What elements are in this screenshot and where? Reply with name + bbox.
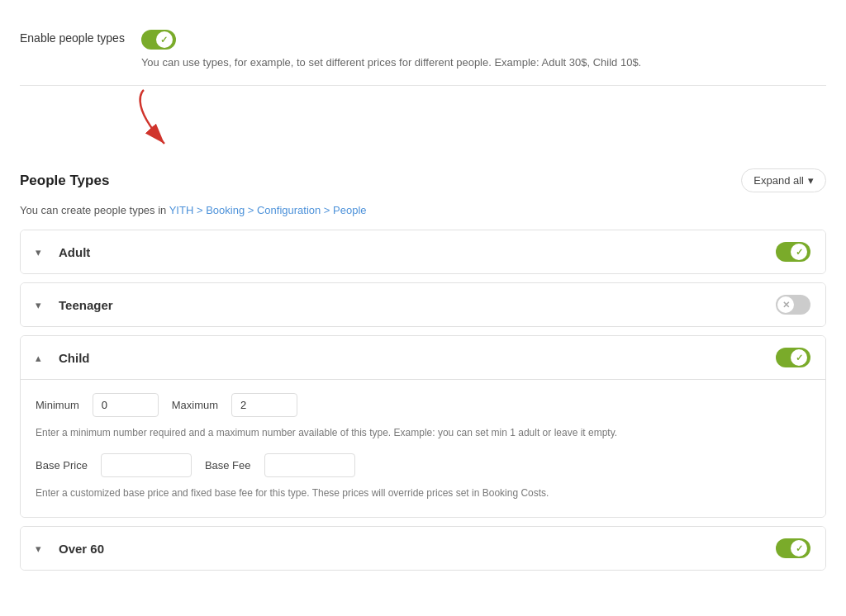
chevron-icon-over60: ▾ bbox=[36, 543, 49, 555]
over60-toggle[interactable]: ✓ bbox=[776, 538, 810, 558]
accordion-item-over60: ▾ Over 60 ✓ bbox=[20, 526, 826, 571]
adult-toggle-track: ✓ bbox=[776, 242, 810, 262]
teenager-toggle-track: ✕ bbox=[776, 295, 810, 315]
min-max-row: Minimum Maximum bbox=[36, 393, 810, 417]
expand-all-button[interactable]: Expand all ▾ bbox=[741, 168, 826, 192]
accordion-item-child: ▴ Child ✓ Minimum Maximum Enter a minimu… bbox=[20, 335, 826, 518]
adult-toggle[interactable]: ✓ bbox=[776, 242, 810, 262]
base-fee-input[interactable] bbox=[264, 453, 355, 477]
base-price-label: Base Price bbox=[36, 459, 88, 471]
accordion-header-teenager[interactable]: ▾ Teenager ✕ bbox=[21, 283, 825, 326]
toggle-check-icon: ✓ bbox=[160, 35, 168, 45]
min-max-description: Enter a minimum number required and a ma… bbox=[36, 425, 810, 440]
child-toggle[interactable]: ✓ bbox=[776, 348, 810, 367]
people-types-link[interactable]: YITH > Booking > Configuration > People bbox=[169, 204, 367, 216]
enable-right: ✓ You can use types, for example, to set… bbox=[141, 30, 641, 69]
accordion-item-teenager: ▾ Teenager ✕ bbox=[20, 282, 826, 327]
over60-toggle-track: ✓ bbox=[776, 538, 810, 558]
child-toggle-track: ✓ bbox=[776, 348, 810, 367]
arrow-annotation bbox=[169, 86, 826, 152]
over60-title: Over 60 bbox=[59, 542, 104, 556]
teenager-toggle-thumb: ✕ bbox=[777, 296, 794, 313]
maximum-input[interactable] bbox=[231, 393, 297, 417]
child-toggle-check-icon: ✓ bbox=[796, 353, 803, 363]
maximum-label: Maximum bbox=[172, 399, 218, 411]
accordion-header-over60[interactable]: ▾ Over 60 ✓ bbox=[21, 527, 825, 570]
over60-toggle-check-icon: ✓ bbox=[796, 543, 803, 554]
price-row: Base Price Base Fee bbox=[36, 453, 810, 477]
expand-all-chevron-icon: ▾ bbox=[808, 174, 814, 187]
enable-label: Enable people types bbox=[20, 30, 125, 45]
enable-people-types-row: Enable people types ✓ You can use types,… bbox=[20, 17, 826, 86]
accordion-header-child[interactable]: ▴ Child ✓ bbox=[21, 336, 825, 379]
chevron-icon-adult: ▾ bbox=[36, 246, 49, 258]
accordion-header-left-adult: ▾ Adult bbox=[36, 245, 90, 259]
accordion-item-adult: ▾ Adult ✓ bbox=[20, 230, 826, 274]
enable-description: You can use types, for example, to set d… bbox=[141, 56, 641, 69]
adult-toggle-thumb: ✓ bbox=[791, 244, 807, 260]
chevron-icon-child: ▴ bbox=[36, 352, 49, 364]
accordion-header-left-teenager: ▾ Teenager bbox=[36, 298, 113, 312]
teenager-toggle-x-icon: ✕ bbox=[782, 300, 790, 310]
over60-toggle-thumb: ✓ bbox=[791, 540, 807, 557]
child-content: Minimum Maximum Enter a minimum number r… bbox=[21, 379, 825, 517]
minimum-input[interactable] bbox=[93, 393, 159, 417]
base-price-input[interactable] bbox=[101, 453, 192, 477]
teenager-toggle[interactable]: ✕ bbox=[776, 295, 810, 315]
enable-toggle[interactable]: ✓ bbox=[141, 30, 641, 50]
toggle-thumb: ✓ bbox=[156, 31, 173, 48]
arrow-svg bbox=[119, 86, 218, 152]
expand-all-label: Expand all bbox=[753, 174, 804, 187]
child-title: Child bbox=[59, 351, 90, 365]
section-header: People Types Expand all ▾ bbox=[20, 152, 826, 204]
section-title: People Types bbox=[20, 173, 109, 189]
adult-title: Adult bbox=[59, 245, 90, 259]
minimum-label: Minimum bbox=[36, 399, 79, 411]
people-types-intro: You can create people types in YITH > Bo… bbox=[20, 204, 826, 216]
base-fee-label: Base Fee bbox=[205, 459, 251, 471]
adult-toggle-check-icon: ✓ bbox=[796, 247, 803, 258]
accordion-header-left-over60: ▾ Over 60 bbox=[36, 542, 104, 556]
toggle-track: ✓ bbox=[141, 30, 176, 50]
chevron-icon-teenager: ▾ bbox=[36, 299, 49, 311]
accordion-header-adult[interactable]: ▾ Adult ✓ bbox=[21, 230, 825, 273]
child-toggle-thumb: ✓ bbox=[791, 349, 807, 366]
accordion-header-left-child: ▴ Child bbox=[36, 351, 90, 365]
teenager-title: Teenager bbox=[59, 298, 113, 312]
price-description: Enter a customized base price and fixed … bbox=[36, 486, 810, 500]
